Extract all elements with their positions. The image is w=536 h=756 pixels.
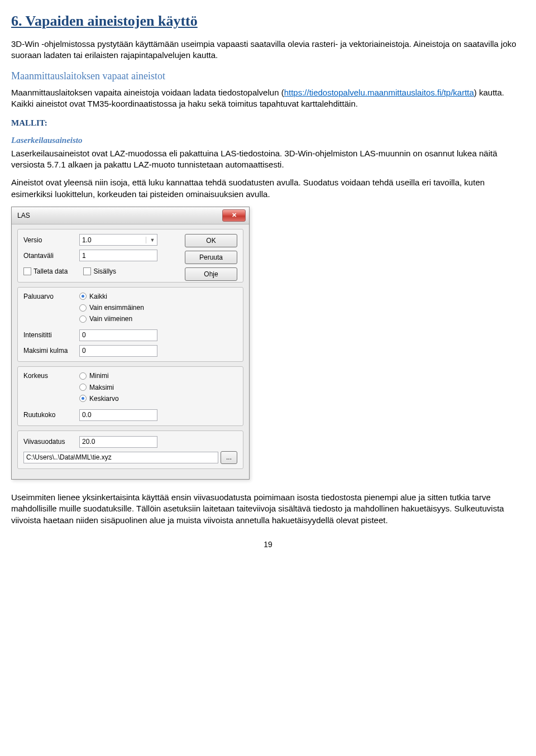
page-heading: 6. Vapaiden aineistojen käyttö: [11, 11, 525, 31]
mallit-heading: MALLIT:: [11, 117, 525, 128]
footer-paragraph: Useimmiten lienee yksinkertaisinta käytt…: [11, 492, 525, 526]
mml-link[interactable]: https://tiedostopalvelu.maanmittauslaito…: [284, 88, 474, 97]
laser-paragraph-2: Aineistot ovat yleensä niin isoja, että …: [11, 177, 525, 200]
radio-label: Minimi: [89, 371, 109, 380]
maksimi-kulma-label: Maksimi kulma: [23, 346, 79, 355]
radio-label: Vain viimeinen: [89, 314, 132, 323]
browse-button[interactable]: ...: [221, 451, 237, 464]
page-number: 19: [11, 539, 525, 550]
korkeus-radio-keskiarvo[interactable]: Keskiarvo: [79, 394, 119, 403]
mml-para-a: Maanmittauslaitoksen vapaita aineistoja …: [11, 88, 284, 97]
paluuarvo-label: Paluuarvo: [23, 292, 79, 301]
intensititti-label: Intensititti: [23, 331, 79, 339]
close-button[interactable]: ✕: [222, 209, 246, 222]
mml-paragraph: Maanmittauslaitoksen vapaita aineistoja …: [11, 87, 525, 110]
radio-icon: [79, 372, 87, 380]
radio-label: Keskiarvo: [89, 394, 119, 403]
radio-label: Vain ensimmäinen: [89, 303, 144, 312]
panel-3: Korkeus Minimi Maksimi Keskiarvo: [17, 366, 243, 426]
dialog-titlebar[interactable]: LAS ✕: [12, 207, 249, 224]
paluuarvo-radio-kaikki[interactable]: Kaikki: [79, 292, 144, 301]
talleta-data-checkbox[interactable]: Talleta data: [23, 267, 68, 276]
paluuarvo-radio-ensimmainen[interactable]: Vain ensimmäinen: [79, 303, 144, 312]
versio-value: 1.0: [82, 236, 92, 245]
korkeus-radio-maksimi[interactable]: Maksimi: [79, 383, 119, 392]
otantavali-input[interactable]: 1: [79, 250, 157, 261]
radio-icon: [79, 293, 87, 300]
laserkeilaus-heading: Laserkeilausaineisto: [11, 135, 525, 146]
intensititti-input[interactable]: 0: [79, 329, 157, 341]
sisallys-checkbox[interactable]: Sisällys: [83, 267, 116, 276]
korkeus-radio-minimi[interactable]: Minimi: [79, 371, 119, 380]
ruutukoko-input[interactable]: 0.0: [79, 409, 157, 421]
section-mml-vapaat: Maanmittauslaitoksen vapaat aineistot: [11, 69, 525, 83]
laser-paragraph-1: Laserkeilausaineistot ovat LAZ-muodossa …: [11, 148, 525, 171]
viivasuodatus-label: Viivasuodatus: [23, 437, 79, 446]
radio-icon: [79, 395, 87, 402]
panel-2: Paluuarvo Kaikki Vain ensimmäinen Vain v…: [17, 287, 243, 362]
path-input[interactable]: C:\Users\..\Data\MML\tie.xyz: [23, 452, 218, 463]
radio-icon: [79, 315, 87, 323]
cancel-button[interactable]: Peruuta: [185, 251, 237, 264]
viivasuodatus-input[interactable]: 20.0: [79, 436, 157, 448]
radio-label: Maksimi: [89, 383, 114, 392]
korkeus-label: Korkeus: [23, 371, 79, 380]
help-button[interactable]: Ohje: [185, 267, 237, 281]
checkbox-icon: [23, 267, 31, 275]
ok-button[interactable]: OK: [185, 234, 237, 247]
ruutukoko-label: Ruutukoko: [23, 410, 79, 419]
otantavali-label: Otantaväli: [23, 251, 79, 260]
radio-label: Kaikki: [89, 292, 107, 301]
close-icon: ✕: [232, 211, 237, 219]
talleta-data-label: Talleta data: [34, 267, 68, 276]
dialog-title: LAS: [17, 211, 30, 220]
sisallys-label: Sisällys: [93, 267, 116, 276]
intro-paragraph: 3D-Win -ohjelmistossa pystytään käyttämä…: [11, 39, 525, 61]
checkbox-icon: [83, 267, 91, 275]
panel-4: Viivasuodatus 20.0 C:\Users\..\Data\MML\…: [17, 430, 243, 469]
radio-icon: [79, 384, 87, 391]
radio-icon: [79, 304, 87, 312]
paluuarvo-radio-viimeinen[interactable]: Vain viimeinen: [79, 314, 144, 323]
versio-label: Versio: [23, 236, 79, 245]
maksimi-kulma-input[interactable]: 0: [79, 345, 157, 357]
versio-combo[interactable]: 1.0 ▼: [79, 234, 157, 246]
las-dialog: LAS ✕ OK Peruuta Ohje Versio 1.0 ▼ Otant…: [11, 207, 250, 480]
panel-1: OK Peruuta Ohje Versio 1.0 ▼ Otantaväli …: [17, 229, 243, 283]
chevron-down-icon: ▼: [146, 237, 157, 243]
